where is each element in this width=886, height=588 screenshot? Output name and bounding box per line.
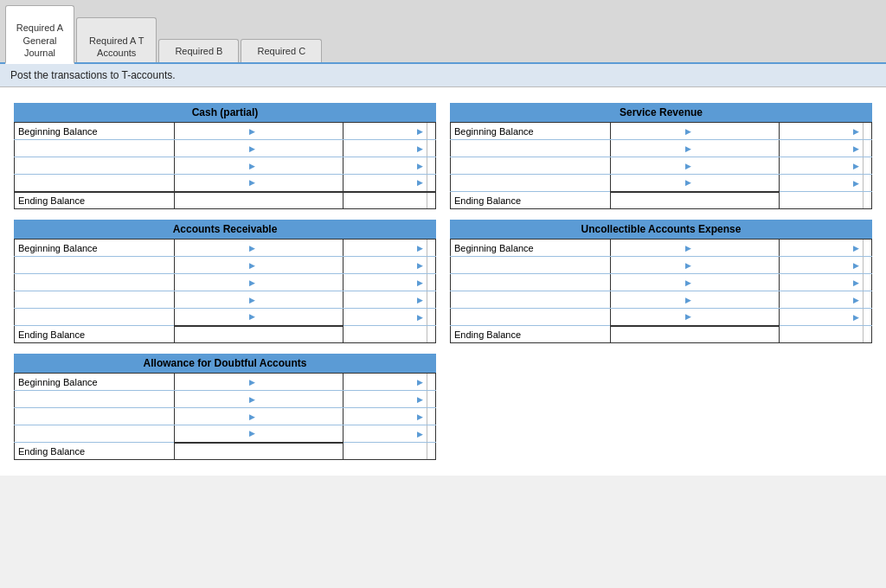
cash-end-col4[interactable] <box>427 192 436 209</box>
ar-header: Accounts Receivable <box>14 220 436 239</box>
t-account-allowance: Allowance for Doubtful Accounts Beginnin… <box>14 354 436 460</box>
cash-row2 <box>15 157 436 175</box>
t-account-cash: Cash (partial) Beginning Balance <box>14 103 436 209</box>
cash-ending-label: Ending Balance <box>15 192 175 209</box>
instruction-text: Post the transactions to T-accounts. <box>10 69 176 81</box>
cash-end-col2[interactable] <box>259 192 343 209</box>
cash-beg-col4[interactable] <box>427 123 436 140</box>
t-accounts-grid: Cash (partial) Beginning Balance <box>10 96 876 467</box>
tab-b[interactable]: Required B <box>158 39 239 62</box>
service-revenue-table: Beginning Balance <box>450 122 872 209</box>
ue-row3 <box>451 291 872 309</box>
main-content: Cash (partial) Beginning Balance <box>0 87 886 476</box>
cash-beg-col3[interactable] <box>343 123 427 140</box>
tab-general-journal[interactable]: Required A General Journal <box>5 5 74 64</box>
ar-row1 <box>15 257 436 274</box>
t-account-service-revenue: Service Revenue Beginning Balance <box>450 103 872 209</box>
cash-end-col3[interactable] <box>343 192 427 209</box>
ad-beginning-row: Beginning Balance <box>15 374 436 391</box>
sr-beginning-row: Beginning Balance <box>451 123 872 140</box>
ad-row1 <box>15 391 436 408</box>
ar-beginning-row: Beginning Balance <box>15 240 436 257</box>
service-revenue-header: Service Revenue <box>450 103 872 122</box>
cash-header: Cash (partial) <box>14 103 436 122</box>
instruction-bar: Post the transactions to T-accounts. <box>0 64 886 87</box>
ue-row2 <box>451 274 872 291</box>
ue-ending-row: Ending Balance <box>451 326 872 343</box>
t-account-uncollectible: Uncollectible Accounts Expense Beginning… <box>450 220 872 343</box>
cash-beg-col2[interactable] <box>259 123 343 140</box>
tabs-bar: Required A General Journal Required A T … <box>0 0 886 64</box>
tab-accounts[interactable]: Required A T Accounts <box>76 17 157 62</box>
cash-row1 <box>15 140 436 157</box>
ue-beginning-row: Beginning Balance <box>451 240 872 257</box>
cash-beginning-row: Beginning Balance <box>15 123 436 140</box>
sr-ending-row: Ending Balance <box>451 192 872 209</box>
uncollectible-header: Uncollectible Accounts Expense <box>450 220 872 239</box>
t-account-ar: Accounts Receivable Beginning Balance <box>14 220 436 343</box>
uncollectible-table: Beginning Balance <box>450 239 872 343</box>
ue-row1 <box>451 257 872 274</box>
allowance-table: Beginning Balance <box>14 373 436 460</box>
ad-row3 <box>15 425 436 443</box>
cash-ending-row: Ending Balance <box>15 192 436 209</box>
sr-row1 <box>451 140 872 157</box>
ar-row3 <box>15 291 436 309</box>
sr-row2 <box>451 157 872 175</box>
ar-row2 <box>15 274 436 291</box>
ar-table: Beginning Balance <box>14 239 436 343</box>
cash-row3 <box>15 175 436 192</box>
ue-row4 <box>451 309 872 326</box>
ar-row4 <box>15 309 436 326</box>
empty-placeholder <box>450 354 872 460</box>
allowance-header: Allowance for Doubtful Accounts <box>14 354 436 373</box>
ad-row2 <box>15 408 436 425</box>
cash-end-col1[interactable] <box>175 192 259 209</box>
sr-row3 <box>451 175 872 192</box>
tab-c[interactable]: Required C <box>241 39 322 62</box>
ad-ending-row: Ending Balance <box>15 443 436 460</box>
cash-beginning-label: Beginning Balance <box>15 123 175 140</box>
ar-ending-row: Ending Balance <box>15 326 436 343</box>
cash-beg-col1[interactable] <box>175 123 259 140</box>
cash-table: Beginning Balance <box>14 122 436 209</box>
